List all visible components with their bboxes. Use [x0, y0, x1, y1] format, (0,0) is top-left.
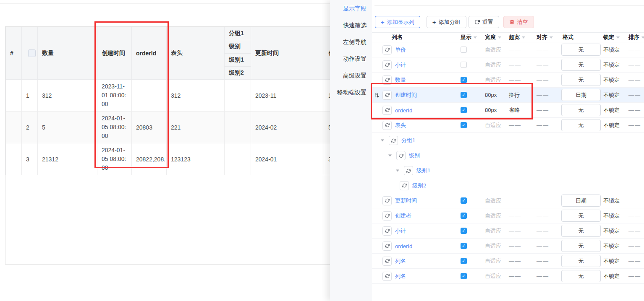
align-cell[interactable]: ——: [531, 197, 558, 204]
config-row[interactable]: 列名✓自适应————无不锁定——: [372, 269, 644, 284]
visible-checkbox[interactable]: [461, 62, 467, 68]
lock-cell[interactable]: 不锁定: [602, 272, 627, 280]
visible-checkbox[interactable]: ✓: [461, 107, 467, 113]
replace-field-button[interactable]: [382, 60, 392, 70]
column-name-link[interactable]: 列名: [395, 272, 406, 280]
lock-cell[interactable]: 不锁定: [602, 46, 627, 54]
format-select[interactable]: 无: [561, 210, 601, 222]
column-name-link[interactable]: 级别1: [416, 167, 430, 174]
width-cell[interactable]: 自适应: [482, 46, 507, 54]
select-all-checkbox[interactable]: [28, 49, 36, 57]
align-cell[interactable]: ——: [531, 243, 558, 249]
visible-checkbox[interactable]: [461, 47, 467, 53]
replace-field-button[interactable]: [389, 136, 398, 145]
width-cell[interactable]: 自适应: [482, 122, 507, 129]
format-select[interactable]: 无: [561, 255, 601, 267]
width-cell[interactable]: 自适应: [482, 257, 507, 265]
add-display-column-button[interactable]: + 添加显示列: [375, 16, 420, 28]
header-overwide[interactable]: 超宽: [507, 34, 531, 41]
lock-cell[interactable]: 不锁定: [602, 227, 627, 235]
format-select[interactable]: 无: [561, 119, 601, 131]
config-row[interactable]: 数量✓自适应————无不锁定——: [372, 73, 644, 88]
clear-button[interactable]: 清空: [503, 16, 534, 28]
align-cell[interactable]: ——: [531, 258, 558, 264]
sidebar-item[interactable]: 高级设置: [330, 67, 372, 84]
overwide-cell[interactable]: ——: [507, 47, 531, 53]
config-row[interactable]: orderId✓自适应————无不锁定——: [372, 239, 644, 254]
format-select[interactable]: 无: [561, 74, 601, 86]
config-row[interactable]: 级别1: [372, 163, 644, 178]
align-cell[interactable]: ——: [531, 273, 558, 279]
column-name-link[interactable]: orderId: [395, 243, 412, 249]
replace-field-button[interactable]: [400, 181, 409, 190]
replace-field-button[interactable]: [382, 45, 392, 54]
lock-cell[interactable]: 不锁定: [602, 106, 627, 114]
align-cell[interactable]: ——: [531, 47, 558, 53]
header-show[interactable]: 显示: [458, 34, 482, 41]
reset-button[interactable]: 重置: [469, 16, 499, 28]
lock-cell[interactable]: 不锁定: [602, 197, 627, 205]
format-select[interactable]: 无: [561, 59, 601, 71]
column-name-link[interactable]: 小计: [395, 227, 406, 235]
visible-checkbox[interactable]: ✓: [461, 92, 467, 98]
lock-cell[interactable]: 不锁定: [602, 76, 627, 84]
visible-checkbox[interactable]: ✓: [461, 243, 467, 249]
width-cell[interactable]: 80px: [482, 92, 507, 98]
table-row[interactable]: 1 312 2023-11-01 08:00:00 312 2023-11 1: [6, 80, 330, 112]
sort-cell[interactable]: ——: [627, 228, 644, 234]
table-row[interactable]: 3 21312 2024-01-05 08:00:00 20822,208...…: [6, 143, 330, 175]
overwide-cell[interactable]: ——: [507, 197, 531, 204]
config-row[interactable]: 列名✓自适应————无不锁定——: [372, 254, 644, 269]
format-select[interactable]: 无: [561, 270, 601, 282]
replace-field-button[interactable]: [382, 226, 392, 236]
lock-cell[interactable]: 不锁定: [602, 61, 627, 69]
sort-cell[interactable]: ——: [627, 122, 644, 128]
tree-expand-arrow-icon[interactable]: [396, 170, 399, 172]
column-name-link[interactable]: 数量: [395, 76, 406, 84]
width-cell[interactable]: 自适应: [482, 61, 507, 69]
format-select[interactable]: 日期: [561, 89, 601, 101]
width-cell[interactable]: 自适应: [482, 76, 507, 84]
format-select[interactable]: 无: [561, 225, 601, 237]
format-select[interactable]: 无: [561, 240, 601, 252]
config-row[interactable]: 级别: [372, 148, 644, 163]
overwide-cell[interactable]: ——: [507, 213, 531, 219]
add-group-button[interactable]: + 添加分组: [427, 16, 466, 28]
config-row[interactable]: 小计自适应————无不锁定——: [372, 57, 644, 73]
visible-checkbox[interactable]: ✓: [461, 273, 467, 279]
column-name-link[interactable]: 更新时间: [395, 197, 417, 205]
format-select[interactable]: 日期: [561, 195, 601, 207]
overwide-cell[interactable]: ——: [507, 228, 531, 234]
sidebar-item[interactable]: 动作设置: [330, 50, 372, 67]
overwide-cell[interactable]: ——: [507, 273, 531, 279]
column-name-link[interactable]: 分组1: [401, 137, 415, 144]
sort-cell[interactable]: ——: [627, 92, 644, 98]
visible-checkbox[interactable]: ✓: [461, 197, 467, 204]
align-cell[interactable]: ——: [531, 62, 558, 68]
overwide-cell[interactable]: ——: [507, 77, 531, 83]
overwide-cell[interactable]: ——: [507, 258, 531, 264]
sort-cell[interactable]: ——: [627, 213, 644, 219]
config-row[interactable]: 级别2: [372, 178, 644, 193]
sidebar-item[interactable]: 移动端设置: [330, 84, 372, 101]
align-cell[interactable]: ——: [531, 122, 558, 128]
width-cell[interactable]: 自适应: [482, 212, 507, 220]
sort-cell[interactable]: ——: [627, 107, 644, 113]
width-cell[interactable]: 自适应: [482, 227, 507, 235]
header-sort[interactable]: 排序: [627, 34, 644, 41]
align-cell[interactable]: ——: [531, 77, 558, 83]
visible-checkbox[interactable]: ✓: [461, 122, 467, 128]
column-name-link[interactable]: 小计: [395, 61, 406, 69]
align-cell[interactable]: ——: [531, 228, 558, 234]
replace-field-button[interactable]: [396, 151, 406, 160]
header-width[interactable]: 宽度: [482, 34, 507, 41]
lock-cell[interactable]: 不锁定: [602, 122, 627, 129]
column-name-link[interactable]: 单价: [395, 46, 406, 54]
overwide-cell[interactable]: ——: [507, 62, 531, 68]
replace-field-button[interactable]: [382, 106, 392, 115]
width-cell[interactable]: 自适应: [482, 242, 507, 250]
overwide-cell[interactable]: 省略: [507, 106, 531, 114]
sidebar-item[interactable]: 左侧导航: [330, 34, 372, 50]
align-cell[interactable]: ——: [531, 213, 558, 219]
column-name-link[interactable]: 级别2: [412, 182, 426, 189]
